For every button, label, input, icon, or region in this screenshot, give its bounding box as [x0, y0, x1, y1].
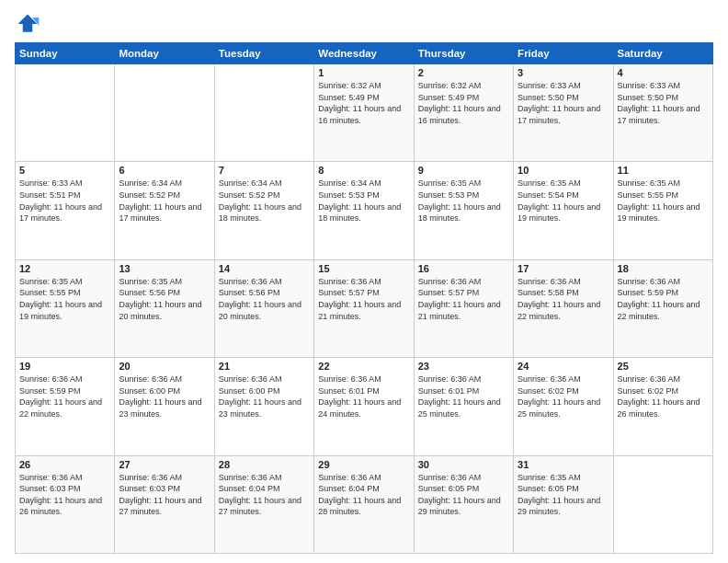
day-info: Sunrise: 6:36 AM Sunset: 5:57 PM Dayligh… — [318, 276, 409, 322]
day-number: 18 — [618, 263, 709, 274]
day-info: Sunrise: 6:35 AM Sunset: 5:56 PM Dayligh… — [119, 276, 210, 322]
calendar-week-row: 26Sunrise: 6:36 AM Sunset: 6:03 PM Dayli… — [16, 455, 713, 553]
calendar-cell: 24Sunrise: 6:36 AM Sunset: 6:02 PM Dayli… — [514, 358, 613, 455]
calendar-cell: 26Sunrise: 6:36 AM Sunset: 6:03 PM Dayli… — [16, 455, 115, 553]
day-info: Sunrise: 6:36 AM Sunset: 6:00 PM Dayligh… — [119, 373, 210, 419]
calendar-cell: 5Sunrise: 6:33 AM Sunset: 5:51 PM Daylig… — [16, 162, 115, 259]
calendar-cell: 14Sunrise: 6:36 AM Sunset: 5:56 PM Dayli… — [214, 259, 313, 357]
day-number: 9 — [418, 165, 509, 176]
logo-icon — [15, 11, 40, 37]
calendar-cell: 7Sunrise: 6:34 AM Sunset: 5:52 PM Daylig… — [214, 162, 313, 259]
calendar-cell: 18Sunrise: 6:36 AM Sunset: 5:59 PM Dayli… — [613, 259, 712, 357]
day-of-week-header: Tuesday — [214, 43, 313, 64]
header — [15, 11, 713, 37]
day-info: Sunrise: 6:34 AM Sunset: 5:53 PM Dayligh… — [318, 178, 409, 224]
day-info: Sunrise: 6:34 AM Sunset: 5:52 PM Dayligh… — [119, 178, 210, 224]
calendar-cell — [214, 64, 313, 162]
calendar-cell: 4Sunrise: 6:33 AM Sunset: 5:50 PM Daylig… — [613, 64, 712, 162]
day-info: Sunrise: 6:36 AM Sunset: 6:03 PM Dayligh… — [119, 472, 210, 518]
day-number: 26 — [19, 459, 110, 470]
calendar-week-row: 12Sunrise: 6:35 AM Sunset: 5:55 PM Dayli… — [16, 259, 713, 357]
calendar-cell: 12Sunrise: 6:35 AM Sunset: 5:55 PM Dayli… — [16, 259, 115, 357]
day-number: 4 — [618, 67, 709, 78]
calendar-cell: 28Sunrise: 6:36 AM Sunset: 6:04 PM Dayli… — [214, 455, 313, 553]
calendar-cell: 1Sunrise: 6:32 AM Sunset: 5:49 PM Daylig… — [314, 64, 414, 162]
day-number: 31 — [518, 459, 609, 470]
day-info: Sunrise: 6:32 AM Sunset: 5:49 PM Dayligh… — [318, 80, 409, 126]
day-info: Sunrise: 6:36 AM Sunset: 6:03 PM Dayligh… — [19, 472, 110, 518]
calendar-cell: 11Sunrise: 6:35 AM Sunset: 5:55 PM Dayli… — [613, 162, 712, 259]
day-number: 30 — [418, 459, 509, 470]
day-info: Sunrise: 6:35 AM Sunset: 5:53 PM Dayligh… — [418, 178, 509, 224]
day-of-week-header: Saturday — [613, 43, 712, 64]
calendar-cell: 29Sunrise: 6:36 AM Sunset: 6:04 PM Dayli… — [314, 455, 414, 553]
day-number: 2 — [418, 67, 509, 78]
day-info: Sunrise: 6:34 AM Sunset: 5:52 PM Dayligh… — [219, 178, 310, 224]
day-number: 11 — [618, 165, 709, 176]
day-number: 6 — [119, 165, 210, 176]
day-number: 21 — [219, 361, 310, 372]
calendar-cell — [115, 64, 214, 162]
day-number: 14 — [219, 263, 310, 274]
calendar-week-row: 1Sunrise: 6:32 AM Sunset: 5:49 PM Daylig… — [16, 64, 713, 162]
calendar-cell: 13Sunrise: 6:35 AM Sunset: 5:56 PM Dayli… — [115, 259, 214, 357]
page: SundayMondayTuesdayWednesdayThursdayFrid… — [0, 0, 728, 563]
day-info: Sunrise: 6:33 AM Sunset: 5:50 PM Dayligh… — [618, 80, 709, 126]
day-number: 16 — [418, 263, 509, 274]
day-number: 29 — [318, 459, 409, 470]
day-info: Sunrise: 6:32 AM Sunset: 5:49 PM Dayligh… — [418, 80, 509, 126]
calendar-week-row: 5Sunrise: 6:33 AM Sunset: 5:51 PM Daylig… — [16, 162, 713, 259]
calendar-cell: 22Sunrise: 6:36 AM Sunset: 6:01 PM Dayli… — [314, 358, 414, 455]
day-info: Sunrise: 6:36 AM Sunset: 6:04 PM Dayligh… — [219, 472, 310, 518]
day-info: Sunrise: 6:36 AM Sunset: 6:00 PM Dayligh… — [219, 373, 310, 419]
day-number: 13 — [119, 263, 210, 274]
day-number: 7 — [219, 165, 310, 176]
calendar-cell: 9Sunrise: 6:35 AM Sunset: 5:53 PM Daylig… — [414, 162, 513, 259]
calendar-cell: 17Sunrise: 6:36 AM Sunset: 5:58 PM Dayli… — [514, 259, 613, 357]
day-number: 8 — [318, 165, 409, 176]
day-number: 19 — [19, 361, 110, 372]
logo — [15, 11, 44, 37]
day-info: Sunrise: 6:36 AM Sunset: 6:04 PM Dayligh… — [318, 472, 409, 518]
day-of-week-header: Thursday — [414, 43, 513, 64]
day-info: Sunrise: 6:35 AM Sunset: 5:54 PM Dayligh… — [518, 178, 609, 224]
day-number: 24 — [518, 361, 609, 372]
calendar-table: SundayMondayTuesdayWednesdayThursdayFrid… — [15, 42, 713, 554]
day-number: 10 — [518, 165, 609, 176]
day-info: Sunrise: 6:33 AM Sunset: 5:51 PM Dayligh… — [19, 178, 110, 224]
calendar-cell: 3Sunrise: 6:33 AM Sunset: 5:50 PM Daylig… — [514, 64, 613, 162]
day-info: Sunrise: 6:36 AM Sunset: 5:59 PM Dayligh… — [19, 373, 110, 419]
day-info: Sunrise: 6:36 AM Sunset: 6:02 PM Dayligh… — [618, 373, 709, 419]
day-info: Sunrise: 6:35 AM Sunset: 6:05 PM Dayligh… — [518, 472, 609, 518]
day-number: 12 — [19, 263, 110, 274]
day-info: Sunrise: 6:36 AM Sunset: 6:02 PM Dayligh… — [518, 373, 609, 419]
day-info: Sunrise: 6:36 AM Sunset: 5:59 PM Dayligh… — [618, 276, 709, 322]
day-number: 28 — [219, 459, 310, 470]
day-number: 1 — [318, 67, 409, 78]
calendar-cell: 6Sunrise: 6:34 AM Sunset: 5:52 PM Daylig… — [115, 162, 214, 259]
day-of-week-header: Sunday — [16, 43, 115, 64]
calendar-cell: 19Sunrise: 6:36 AM Sunset: 5:59 PM Dayli… — [16, 358, 115, 455]
day-number: 17 — [518, 263, 609, 274]
day-info: Sunrise: 6:36 AM Sunset: 6:05 PM Dayligh… — [418, 472, 509, 518]
day-info: Sunrise: 6:36 AM Sunset: 6:01 PM Dayligh… — [318, 373, 409, 419]
day-number: 25 — [618, 361, 709, 372]
day-of-week-header: Wednesday — [314, 43, 414, 64]
calendar-cell: 31Sunrise: 6:35 AM Sunset: 6:05 PM Dayli… — [514, 455, 613, 553]
day-header-row: SundayMondayTuesdayWednesdayThursdayFrid… — [16, 43, 713, 64]
calendar-cell: 8Sunrise: 6:34 AM Sunset: 5:53 PM Daylig… — [314, 162, 414, 259]
day-number: 27 — [119, 459, 210, 470]
day-info: Sunrise: 6:36 AM Sunset: 5:58 PM Dayligh… — [518, 276, 609, 322]
day-info: Sunrise: 6:35 AM Sunset: 5:55 PM Dayligh… — [19, 276, 110, 322]
calendar-cell: 25Sunrise: 6:36 AM Sunset: 6:02 PM Dayli… — [613, 358, 712, 455]
calendar-week-row: 19Sunrise: 6:36 AM Sunset: 5:59 PM Dayli… — [16, 358, 713, 455]
day-number: 20 — [119, 361, 210, 372]
day-info: Sunrise: 6:36 AM Sunset: 6:01 PM Dayligh… — [418, 373, 509, 419]
day-of-week-header: Monday — [115, 43, 214, 64]
day-info: Sunrise: 6:36 AM Sunset: 5:56 PM Dayligh… — [219, 276, 310, 322]
calendar-cell: 16Sunrise: 6:36 AM Sunset: 5:57 PM Dayli… — [414, 259, 513, 357]
calendar-cell: 23Sunrise: 6:36 AM Sunset: 6:01 PM Dayli… — [414, 358, 513, 455]
calendar-cell: 15Sunrise: 6:36 AM Sunset: 5:57 PM Dayli… — [314, 259, 414, 357]
svg-marker-0 — [18, 15, 38, 32]
calendar-cell — [613, 455, 712, 553]
